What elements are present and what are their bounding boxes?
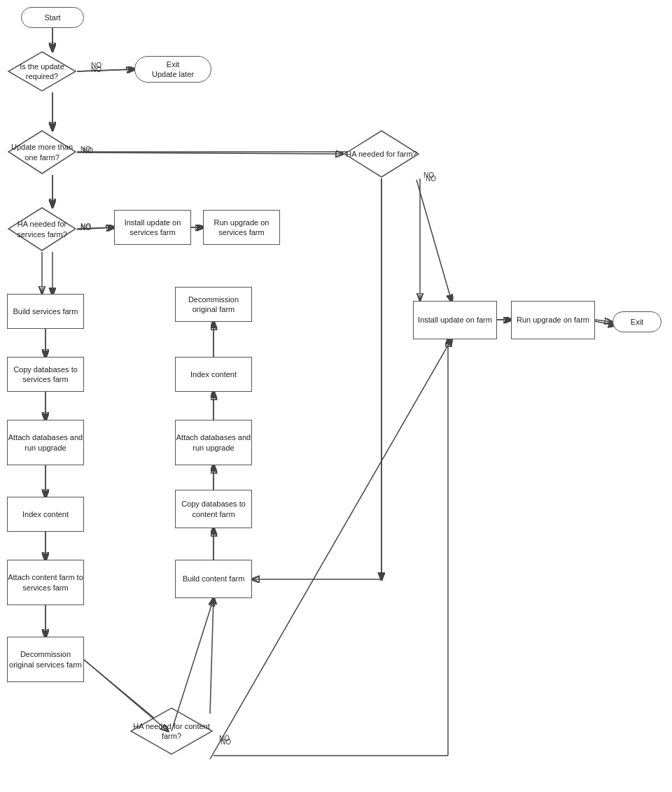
run-upgrade-services-label: Run upgrade on services farm <box>204 218 279 238</box>
no-label-ha-content: NO <box>220 738 231 746</box>
exit-node: Exit <box>612 311 662 332</box>
svg-line-2 <box>77 69 134 71</box>
start-label: Start <box>44 13 60 22</box>
svg-line-32 <box>77 69 134 71</box>
attach-db-upgrade-mid-node: Attach databases and run upgrade <box>175 420 252 465</box>
index-content-left-node: Index content <box>7 497 84 532</box>
install-update-services-node: Install update on services farm <box>114 210 191 245</box>
decommission-original-node: Decommission original farm <box>175 287 252 322</box>
no-label-ha-farm: NO <box>426 175 436 183</box>
index-content-mid-label: Index content <box>190 369 237 379</box>
build-services-farm-node: Build services farm <box>7 294 84 329</box>
exit-update-later-node: ExitUpdate later <box>134 56 211 83</box>
svg-line-53 <box>595 320 612 322</box>
ha-farm-diamond: HA needed for farm? <box>343 129 420 178</box>
attach-db-upgrade-left-label: Attach databases and run upgrade <box>8 432 83 453</box>
copy-db-content-node: Copy databases to content farm <box>175 490 252 528</box>
no-label-ha-services: NO <box>80 224 91 232</box>
attach-db-upgrade-left-node: Attach databases and run upgrade <box>7 420 84 465</box>
exit-label: Exit <box>631 317 643 327</box>
ha-farm-label: HA needed for farm? <box>346 149 417 159</box>
connector-lines <box>0 0 672 792</box>
flowchart-diagram: Start ExitUpdate later Is the update req… <box>0 0 672 792</box>
build-services-farm-label: Build services farm <box>13 306 78 316</box>
svg-line-19 <box>210 598 214 714</box>
install-update-services-label: Install update on services farm <box>115 218 190 238</box>
run-upgrade-farm-node: Run upgrade on farm <box>511 301 595 339</box>
ha-services-label: HA needed for services farm? <box>7 219 77 239</box>
build-content-farm-node: Build content farm <box>175 560 252 598</box>
install-update-farm-node: Install update on farm <box>413 301 497 339</box>
index-content-mid-node: Index content <box>175 357 252 392</box>
attach-db-upgrade-mid-label: Attach databases and run upgrade <box>176 432 251 453</box>
run-upgrade-services-node: Run upgrade on services farm <box>203 210 280 245</box>
ha-services-diamond: HA needed for services farm? <box>7 206 77 252</box>
install-update-farm-label: Install update on farm <box>418 315 492 325</box>
svg-line-24 <box>210 339 451 759</box>
decommission-original-label: Decommission original farm <box>176 295 251 315</box>
svg-line-14 <box>416 180 451 301</box>
copy-db-services-node: Copy databases to services farm <box>7 357 84 392</box>
ha-content-diamond: HA needed for content farm? <box>130 707 214 756</box>
run-upgrade-farm-label: Run upgrade on farm <box>517 315 589 325</box>
ha-content-label: HA needed for content farm? <box>130 721 214 742</box>
copy-db-services-label: Copy databases to services farm <box>8 365 83 385</box>
no-label-update-more: NO <box>83 147 93 155</box>
decommission-services-label: Decommission original services farm <box>8 649 83 670</box>
update-more-farm-diamond: Update more than one farm? <box>7 129 77 175</box>
index-content-left-label: Index content <box>22 509 69 519</box>
flowchart-arrows <box>0 0 672 792</box>
start-node: Start <box>21 7 84 28</box>
build-content-farm-label: Build content farm <box>183 574 245 584</box>
svg-line-34 <box>77 153 343 154</box>
update-more-farm-label: Update more than one farm? <box>7 142 77 162</box>
attach-content-farm-label: Attach content farm to services farm <box>8 572 83 593</box>
no-label-update-required: NO <box>91 66 102 73</box>
attach-content-farm-node: Attach content farm to services farm <box>7 560 84 605</box>
is-update-required-diamond: Is the update required? <box>7 50 77 92</box>
copy-db-content-label: Copy databases to content farm <box>176 499 251 519</box>
is-update-required-label: Is the update required? <box>7 62 77 82</box>
decommission-services-node: Decommission original services farm <box>7 637 84 682</box>
exit-update-later-label: ExitUpdate later <box>152 59 194 80</box>
